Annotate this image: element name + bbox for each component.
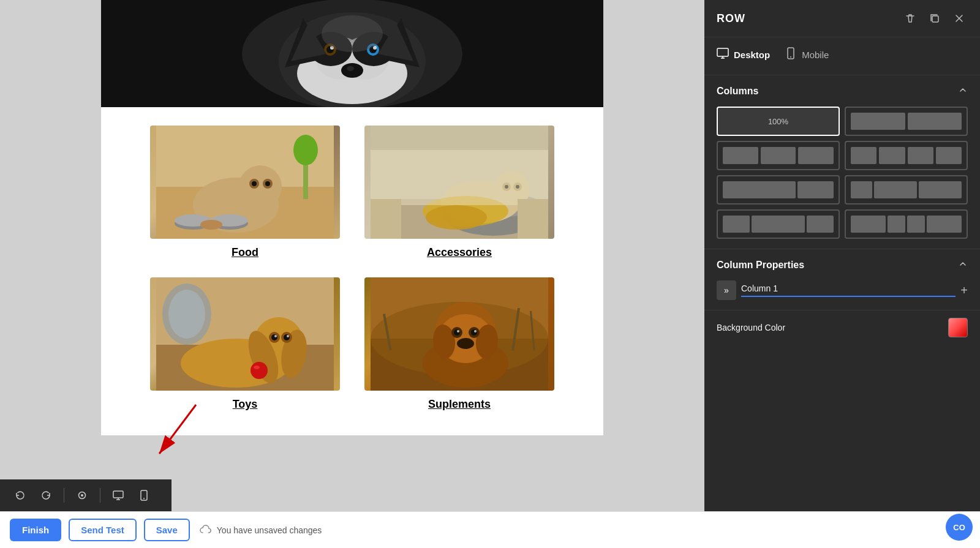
columns-section-header[interactable]: Columns [717,85,968,97]
food-image [150,126,340,239]
col-block-3 [723,147,758,164]
duplicate-button[interactable] [926,10,943,27]
preview-button[interactable] [72,486,92,505]
svg-point-83 [471,329,477,336]
svg-point-86 [457,338,474,349]
svg-point-36 [200,220,222,230]
col-block-19 [888,216,905,233]
svg-rect-92 [113,491,123,498]
col-block-8 [908,147,933,164]
tab-desktop[interactable]: Desktop [717,47,770,65]
svg-point-69 [254,366,260,369]
svg-rect-53 [371,199,401,239]
col-block-21 [927,216,962,233]
col-option-4col[interactable] [845,141,968,170]
panel-header: ROW [704,0,980,37]
svg-point-30 [265,181,270,186]
send-test-button[interactable]: Send Test [69,519,137,541]
toolbar-divider-1 [64,488,64,503]
col-block-17 [807,216,834,233]
col-block-11 [797,181,834,198]
col-block-9 [936,147,962,164]
toys-image [150,277,340,391]
mobile-view-button[interactable] [134,486,154,505]
accessories-label: Accessories [427,246,492,259]
svg-point-64 [284,334,290,340]
delete-button[interactable] [902,10,919,27]
col-block-1 [851,113,905,130]
svg-point-94 [143,498,145,499]
mobile-icon [785,47,797,62]
svg-point-26 [239,165,282,208]
finish-button[interactable]: Finish [10,519,61,541]
nav-icon: » [724,285,729,295]
background-color-label: Background Color [717,323,785,332]
supplements-image [364,277,554,391]
col-block-12 [851,181,872,198]
col-option-3col[interactable] [717,141,840,170]
col-option-100[interactable]: 100% [717,107,840,136]
col-block-13 [874,181,917,198]
chat-button[interactable]: CO [946,514,973,541]
undo-button[interactable] [10,486,31,505]
food-label: Food [232,246,258,259]
column-props-chevron-icon [958,259,968,271]
col-block-15 [723,216,750,233]
save-button[interactable]: Save [144,519,190,541]
right-panel: ROW [704,0,980,511]
unsaved-message: You have unsaved changes [200,524,322,536]
col-option-asym2[interactable] [845,175,968,205]
column-properties-title: Column Properties [717,260,804,271]
toolbar-divider-2 [100,488,100,503]
tab-desktop-label: Desktop [734,50,770,60]
columns-chevron-icon [958,85,968,97]
col-option-3unequal[interactable] [717,209,840,239]
svg-point-68 [251,362,268,379]
svg-point-38 [293,135,318,165]
col-block-14 [919,181,962,198]
close-button[interactable] [951,10,968,27]
col-100-label: 100% [768,117,788,126]
column-nav-button[interactable]: » [717,280,736,300]
bottom-bar: Finish Send Test Save You have unsaved c… [0,511,980,548]
col-block-20 [907,216,925,233]
columns-section: Columns 100% [704,75,980,249]
svg-point-85 [474,330,477,332]
column-nav-row: » Column 1 + [717,280,968,300]
desktop-view-button[interactable] [108,486,129,505]
unsaved-text: You have unsaved changes [217,525,322,535]
column-properties-header[interactable]: Column Properties [717,259,968,271]
add-column-button[interactable]: + [960,283,968,298]
editor-toolbar [0,479,172,511]
supplements-label: Suplements [428,398,491,411]
redo-button[interactable] [36,486,56,505]
tab-mobile-label: Mobile [802,50,829,60]
food-item: Food [138,119,352,271]
col-option-50-50[interactable] [845,107,968,136]
panel-header-actions [902,10,968,27]
col-option-asym1[interactable] [717,175,840,205]
accessories-item: Accessories [352,119,567,271]
accessories-image [364,126,554,239]
col-block-2 [908,113,962,130]
svg-point-71 [168,290,205,339]
categories-grid: Food [101,107,603,435]
hero-image [101,0,603,107]
svg-point-29 [252,181,257,186]
svg-rect-54 [518,199,548,239]
col-block-18 [851,216,886,233]
svg-rect-97 [932,16,938,22]
svg-rect-52 [371,150,548,205]
svg-point-84 [457,330,459,332]
svg-rect-98 [717,48,728,56]
col-option-4unequal[interactable] [845,209,968,239]
col-block-10 [723,181,796,198]
tab-mobile[interactable]: Mobile [785,47,829,65]
toys-label: Toys [233,398,258,411]
columns-options-grid: 100% [717,107,968,239]
panel-title: ROW [717,12,745,25]
background-color-swatch[interactable] [948,318,968,337]
cloud-icon [200,524,212,536]
svg-point-63 [271,334,277,340]
svg-point-100 [790,56,791,58]
